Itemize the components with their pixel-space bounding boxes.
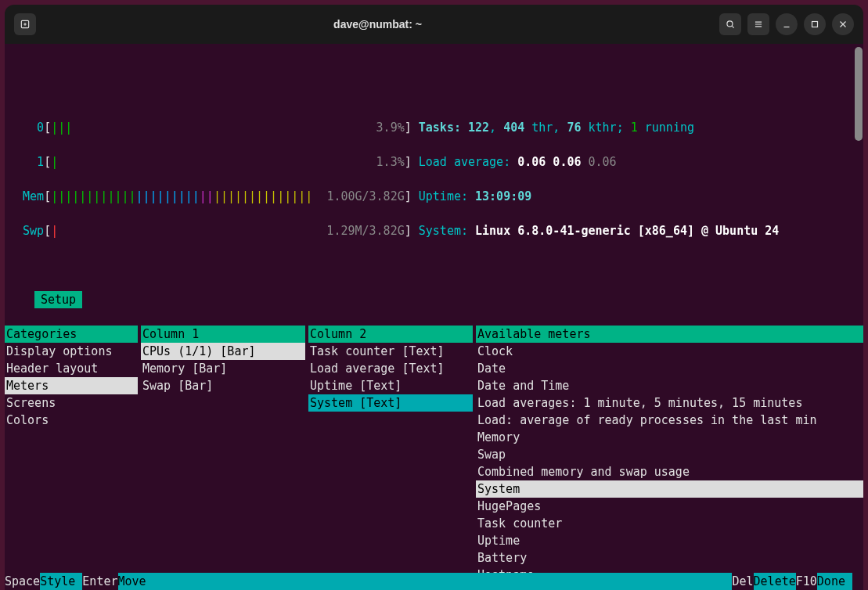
available-column: Available meters ClockDateDate and TimeL… <box>476 326 863 590</box>
list-item[interactable]: Uptime [Text] <box>308 377 473 394</box>
footer-action: Style <box>40 573 82 590</box>
titlebar: dave@numbat: ~ <box>5 5 863 44</box>
list-item[interactable]: CPUs (1/1) [Bar] <box>141 343 305 360</box>
list-item[interactable]: Uptime <box>476 532 863 549</box>
column2-header: Column 2 <box>308 326 473 343</box>
cpu0-meter: 0[||| 3.9%] Tasks: 122, 404 thr, 76 kthr… <box>16 119 863 136</box>
available-header: Available meters <box>476 326 863 343</box>
footer-action: Done <box>817 573 852 590</box>
close-button[interactable] <box>832 13 854 35</box>
list-item[interactable]: Meters <box>5 377 138 394</box>
mem-meter: Mem[||||||||||||||||||||||||||||||||||||… <box>16 188 863 205</box>
categories-column: Categories Display optionsHeader layoutM… <box>5 326 138 590</box>
footer-action: Delete <box>754 573 796 590</box>
setup-tab: Setup <box>34 291 82 308</box>
footer-key: Del <box>732 573 753 590</box>
list-item[interactable]: Load: average of ready processes in the … <box>476 412 863 429</box>
list-item[interactable]: Date <box>476 360 863 377</box>
list-item[interactable]: Display options <box>5 343 138 360</box>
maximize-button[interactable] <box>804 13 826 35</box>
list-item[interactable]: Screens <box>5 394 138 412</box>
list-item[interactable]: Swap [Bar] <box>141 377 305 394</box>
minimize-button[interactable] <box>776 13 798 35</box>
list-item[interactable]: Header layout <box>5 360 138 377</box>
cpu1-meter: 1[| 1.3%] Load average: 0.06 0.06 0.06 <box>16 153 863 171</box>
footer-bar: SpaceStyle EnterMove DelDeleteF10Done <box>5 573 852 590</box>
list-item[interactable]: HugePages <box>476 498 863 515</box>
swp-meter: Swp[| 1.29M/3.82G] System: Linux 6.8.0-4… <box>16 222 863 239</box>
list-item[interactable]: Memory <box>476 429 863 446</box>
footer-key: Space <box>5 573 40 590</box>
categories-header: Categories <box>5 326 138 343</box>
scrollbar-thumb[interactable] <box>855 47 863 141</box>
column2-column: Column 2 Task counter [Text]Load average… <box>308 326 473 590</box>
list-item[interactable]: System <box>476 480 863 498</box>
new-tab-button[interactable] <box>14 13 36 35</box>
list-item[interactable]: Memory [Bar] <box>141 360 305 377</box>
column1-column: Column 1 CPUs (1/1) [Bar]Memory [Bar]Swa… <box>141 326 305 590</box>
column1-header: Column 1 <box>141 326 305 343</box>
footer-key: F10 <box>796 573 817 590</box>
list-item[interactable]: Clock <box>476 343 863 360</box>
svg-rect-2 <box>812 22 818 27</box>
terminal[interactable]: 0[||| 3.9%] Tasks: 122, 404 thr, 76 kthr… <box>5 44 863 590</box>
list-item[interactable]: Date and Time <box>476 377 863 394</box>
search-button[interactable] <box>719 13 741 35</box>
list-item[interactable]: Load average [Text] <box>308 360 473 377</box>
window-title: dave@numbat: ~ <box>36 18 719 31</box>
menu-button[interactable] <box>747 13 769 35</box>
list-item[interactable]: Load averages: 1 minute, 5 minutes, 15 m… <box>476 394 863 412</box>
list-item[interactable]: Task counter [Text] <box>308 343 473 360</box>
footer-key: Enter <box>82 573 117 590</box>
list-item[interactable]: Battery <box>476 549 863 567</box>
footer-action: Move <box>118 573 153 590</box>
list-item[interactable]: Swap <box>476 446 863 463</box>
svg-point-1 <box>727 21 733 27</box>
list-item[interactable]: Colors <box>5 412 138 429</box>
scrollbar[interactable] <box>852 44 863 590</box>
list-item[interactable]: System [Text] <box>308 394 473 412</box>
list-item[interactable]: Task counter <box>476 515 863 532</box>
list-item[interactable]: Combined memory and swap usage <box>476 463 863 480</box>
